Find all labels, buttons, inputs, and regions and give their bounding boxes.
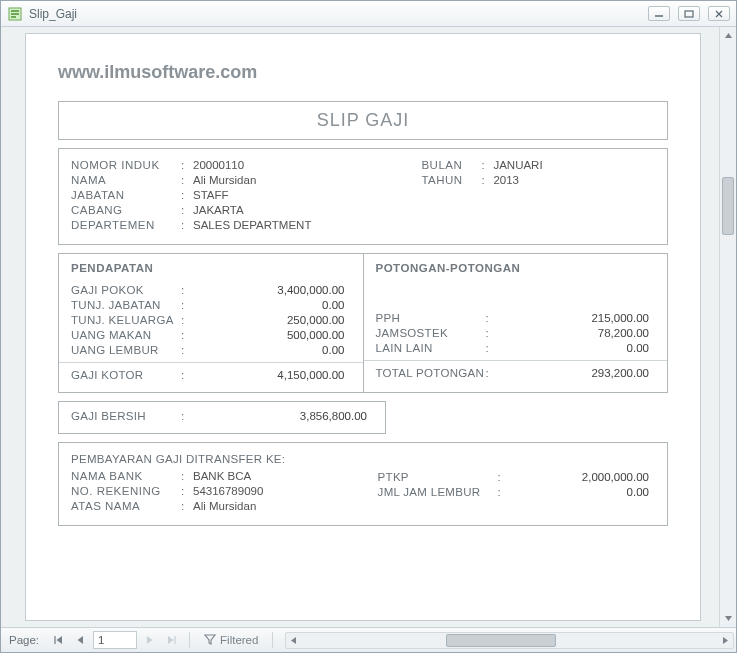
scroll-thumb[interactable]	[722, 177, 734, 235]
value-nomor-induk: 20000110	[193, 159, 244, 171]
filter-button[interactable]: Filtered	[198, 631, 264, 649]
website-text: www.ilmusoftware.com	[58, 62, 668, 83]
filter-label: Filtered	[220, 634, 258, 646]
value-gaji-pokok: 3,400,000.00	[193, 284, 351, 296]
label-nomor-induk: NOMOR INDUK	[71, 159, 181, 171]
value-pph: 215,000.00	[498, 312, 656, 324]
label-bank: NAMA BANK	[71, 470, 181, 482]
value-atas-nama: Ali Mursidan	[193, 500, 256, 512]
value-lain-lain: 0.00	[498, 342, 656, 354]
svg-rect-2	[11, 13, 19, 15]
payment-box: PEMBAYARAN GAJI DITRANSFER KE: NAMA BANK…	[58, 442, 668, 526]
scroll-down-icon[interactable]	[722, 611, 734, 626]
label-departemen: DEPARTEMEN	[71, 219, 181, 231]
svg-marker-16	[205, 635, 215, 644]
close-button[interactable]	[708, 6, 730, 21]
label-rekening: NO. REKENING	[71, 485, 181, 497]
value-jabatan: STAFF	[193, 189, 229, 201]
value-total-potongan: 293,200.00	[498, 367, 656, 379]
value-rekening: 54316789090	[193, 485, 263, 497]
label-jamsostek: JAMSOSTEK	[376, 327, 486, 339]
payment-heading: PEMBAYARAN GAJI DITRANSFER KE:	[71, 453, 378, 465]
label-uang-lembur: UANG LEMBUR	[71, 344, 181, 356]
earnings-column: PENDAPATAN GAJI POKOK:3,400,000.00 TUNJ.…	[59, 254, 363, 392]
label-nama: NAMA	[71, 174, 181, 186]
page-number-input[interactable]	[93, 631, 137, 649]
vertical-scrollbar[interactable]	[719, 27, 736, 627]
report-window: Slip_Gaji www.ilmusoftware.com SLIP GAJI…	[0, 0, 737, 653]
label-lain-lain: LAIN LAIN	[376, 342, 486, 354]
value-jamsostek: 78,200.00	[498, 327, 656, 339]
label-gaji-bersih: GAJI BERSIH	[71, 410, 181, 422]
value-jml-jam-lembur: 0.00	[510, 486, 655, 498]
svg-marker-8	[725, 33, 732, 38]
svg-rect-3	[11, 16, 16, 18]
window-title: Slip_Gaji	[29, 7, 642, 21]
earnings-title: PENDAPATAN	[71, 262, 351, 274]
divider	[59, 362, 363, 363]
value-tahun: 2013	[493, 174, 519, 186]
document-area: www.ilmusoftware.com SLIP GAJI NOMOR IND…	[1, 27, 736, 628]
label-bulan: BULAN	[421, 159, 481, 171]
titlebar: Slip_Gaji	[1, 1, 736, 27]
svg-marker-17	[291, 637, 296, 644]
status-bar: Page: Filtered	[1, 628, 736, 652]
label-tunj-jabatan: TUNJ. JABATAN	[71, 299, 181, 311]
value-gaji-bersih: 3,856,800.00	[193, 410, 373, 422]
label-ptkp: PTKP	[378, 471, 498, 483]
net-salary-box: GAJI BERSIH:3,856,800.00	[58, 401, 386, 434]
label-gaji-kotor: GAJI KOTOR	[71, 369, 181, 381]
svg-marker-18	[723, 637, 728, 644]
employee-info-box: NOMOR INDUK:20000110 NAMA:Ali Mursidan J…	[58, 148, 668, 245]
svg-marker-14	[168, 636, 174, 644]
label-total-potongan: TOTAL POTONGAN	[376, 367, 486, 379]
value-uang-makan: 500,000.00	[193, 329, 351, 341]
svg-marker-13	[147, 636, 153, 644]
value-tunj-jabatan: 0.00	[193, 299, 351, 311]
value-ptkp: 2,000,000.00	[510, 471, 655, 483]
app-icon	[7, 6, 23, 22]
label-jml-jam-lembur: JML JAM LEMBUR	[378, 486, 498, 498]
last-page-button[interactable]	[163, 631, 181, 649]
scroll-left-icon[interactable]	[286, 633, 301, 648]
svg-marker-9	[725, 616, 732, 621]
label-jabatan: JABATAN	[71, 189, 181, 201]
minimize-button[interactable]	[648, 6, 670, 21]
deductions-column: POTONGAN-POTONGAN PPH:215,000.00 JAMSOST…	[363, 254, 668, 392]
label-atas-nama: ATAS NAMA	[71, 500, 181, 512]
label-tahun: TAHUN	[421, 174, 481, 186]
value-bank: BANK BCA	[193, 470, 251, 482]
scroll-up-icon[interactable]	[722, 28, 734, 43]
report-page: www.ilmusoftware.com SLIP GAJI NOMOR IND…	[25, 33, 701, 621]
deductions-title: POTONGAN-POTONGAN	[376, 262, 656, 274]
divider	[364, 360, 668, 361]
value-uang-lembur: 0.00	[193, 344, 351, 356]
report-title: SLIP GAJI	[58, 101, 668, 140]
value-departemen: SALES DEPARTMENT	[193, 219, 311, 231]
value-nama: Ali Mursidan	[193, 174, 256, 186]
page-label: Page:	[3, 634, 45, 646]
next-page-button[interactable]	[141, 631, 159, 649]
label-uang-makan: UANG MAKAN	[71, 329, 181, 341]
scroll-thumb[interactable]	[446, 634, 556, 647]
first-page-button[interactable]	[49, 631, 67, 649]
svg-rect-1	[11, 10, 19, 12]
filter-icon	[204, 633, 216, 647]
label-gaji-pokok: GAJI POKOK	[71, 284, 181, 296]
svg-marker-12	[78, 636, 84, 644]
document-viewport: www.ilmusoftware.com SLIP GAJI NOMOR IND…	[1, 27, 719, 627]
label-tunj-keluarga: TUNJ. KELUARGA	[71, 314, 181, 326]
label-cabang: CABANG	[71, 204, 181, 216]
label-pph: PPH	[376, 312, 486, 324]
value-bulan: JANUARI	[493, 159, 542, 171]
earnings-deductions-box: PENDAPATAN GAJI POKOK:3,400,000.00 TUNJ.…	[58, 253, 668, 393]
prev-page-button[interactable]	[71, 631, 89, 649]
horizontal-scrollbar[interactable]	[285, 632, 734, 649]
value-gaji-kotor: 4,150,000.00	[193, 369, 351, 381]
value-cabang: JAKARTA	[193, 204, 244, 216]
svg-marker-11	[57, 636, 63, 644]
svg-rect-5	[685, 11, 693, 17]
value-tunj-keluarga: 250,000.00	[193, 314, 351, 326]
scroll-right-icon[interactable]	[718, 633, 733, 648]
maximize-button[interactable]	[678, 6, 700, 21]
